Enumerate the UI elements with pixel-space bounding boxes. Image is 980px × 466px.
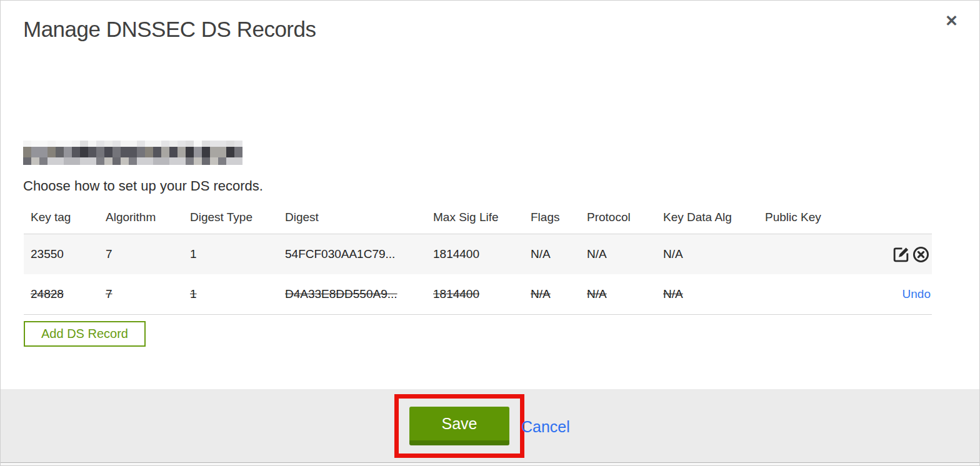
- redaction-pixel: [129, 147, 137, 157]
- add-ds-record-button[interactable]: Add DS Record: [24, 321, 146, 347]
- table-cell: 1: [190, 287, 197, 300]
- redaction-pixel: [186, 141, 194, 147]
- redaction-pixel: [96, 157, 104, 165]
- redaction-pixel: [80, 141, 88, 147]
- redaction-pixel: [64, 157, 72, 165]
- table-cell: D4A33E8DD550A9...: [285, 287, 398, 300]
- column-header: Key Data Alg: [656, 206, 758, 234]
- redaction-pixel: [129, 141, 137, 147]
- table-cell: 1814400: [433, 287, 479, 300]
- save-button[interactable]: Save: [409, 407, 509, 445]
- redaction-pixel: [210, 141, 218, 147]
- column-header: Flags: [524, 206, 580, 234]
- redaction-pixel: [88, 141, 96, 147]
- redaction-pixel: [178, 157, 186, 165]
- table-cell: N/A: [531, 287, 551, 300]
- page-bottom-edge: [1, 463, 979, 466]
- redaction-pixel: [72, 141, 80, 147]
- table-cell: 23550: [31, 247, 64, 260]
- redaction-pixel: [121, 157, 129, 165]
- table-row: 235507154FCF030AA1C79...1814400N/AN/AN/A: [24, 234, 932, 275]
- redaction-pixel: [234, 157, 242, 165]
- redaction-pixel: [194, 157, 202, 165]
- page-title: Manage DNSSEC DS Records: [23, 17, 316, 42]
- redaction-pixel: [186, 157, 194, 165]
- redaction-pixel: [218, 141, 226, 147]
- redaction-pixel: [23, 157, 31, 165]
- redaction-pixel: [169, 147, 178, 157]
- annotation-red-box: Save: [394, 394, 524, 458]
- redaction-pixel: [145, 147, 153, 157]
- row-actions: [868, 234, 932, 275]
- redaction-pixel: [31, 141, 39, 147]
- column-header: Protocol: [580, 206, 656, 234]
- redaction-pixel: [39, 147, 48, 157]
- redaction-pixel: [178, 141, 186, 147]
- instruction-text: Choose how to set up your DS records.: [23, 178, 263, 194]
- redaction-pixel: [194, 147, 202, 157]
- redaction-pixel: [129, 157, 137, 165]
- table-cell: 7: [106, 287, 112, 300]
- redaction-pixel: [72, 157, 80, 165]
- column-header: Max Sig Life: [426, 206, 524, 234]
- redaction-pixel: [153, 147, 161, 157]
- redaction-pixel: [112, 141, 121, 147]
- row-actions: Undo: [868, 274, 932, 315]
- redaction-pixel: [210, 147, 218, 157]
- redaction-pixel: [137, 147, 145, 157]
- redaction-pixel: [202, 157, 210, 165]
- redaction-pixel: [80, 157, 88, 165]
- close-icon[interactable]: ✕: [945, 13, 958, 29]
- redaction-pixel: [194, 141, 202, 147]
- redaction-pixel: [153, 157, 161, 165]
- column-header: Digest Type: [183, 206, 278, 234]
- redaction-pixel: [48, 147, 56, 157]
- cancel-link[interactable]: Cancel: [521, 418, 570, 436]
- redaction-pixel: [178, 147, 186, 157]
- table-cell: N/A: [587, 287, 607, 300]
- redaction-pixel: [31, 157, 39, 165]
- dnssec-dialog: Manage DNSSEC DS Records ✕ Choose how to…: [0, 0, 980, 466]
- redaction-pixel: [210, 157, 218, 165]
- redaction-pixel: [218, 147, 226, 157]
- redaction-pixel: [39, 157, 48, 165]
- redaction-pixel: [64, 147, 72, 157]
- redaction-pixel: [80, 147, 88, 157]
- table-row: 2482871D4A33E8DD550A9...1814400N/AN/AN/A…: [24, 274, 932, 315]
- redaction-pixel: [169, 157, 178, 165]
- redaction-pixel: [161, 157, 169, 165]
- redaction-pixel: [153, 141, 161, 147]
- redaction-pixel: [112, 147, 121, 157]
- redaction-pixel: [145, 141, 153, 147]
- redaction-pixel: [104, 157, 112, 165]
- undo-link[interactable]: Undo: [902, 287, 931, 300]
- ds-records-table: Key tagAlgorithmDigest TypeDigestMax Sig…: [24, 206, 932, 315]
- redaction-pixel: [96, 147, 104, 157]
- column-header: Key tag: [24, 206, 99, 234]
- table-cell: 24828: [31, 287, 64, 300]
- column-header: Algorithm: [99, 206, 183, 234]
- table-cell: N/A: [663, 247, 683, 260]
- redaction-pixel: [64, 141, 72, 147]
- redaction-pixel: [169, 141, 178, 147]
- redaction-pixel: [121, 141, 129, 147]
- redaction-pixel: [23, 147, 31, 157]
- redaction-pixel: [88, 147, 96, 157]
- table-cell: 7: [106, 247, 112, 260]
- column-header: Public Key: [758, 206, 868, 234]
- redaction-pixel: [48, 141, 56, 147]
- redaction-pixel: [121, 147, 129, 157]
- delete-record-icon[interactable]: [911, 245, 931, 264]
- redaction-pixel: [226, 141, 234, 147]
- redaction-pixel: [234, 141, 242, 147]
- redaction-pixel: [96, 141, 104, 147]
- edit-record-icon[interactable]: [891, 245, 911, 264]
- table-header-row: Key tagAlgorithmDigest TypeDigestMax Sig…: [24, 206, 932, 234]
- dialog-footer: Save Cancel: [1, 389, 979, 463]
- redaction-pixel: [202, 141, 210, 147]
- column-header-actions: [868, 206, 932, 234]
- redaction-pixel: [137, 157, 145, 165]
- redaction-pixel: [234, 147, 242, 157]
- redaction-pixel: [104, 141, 112, 147]
- redaction-pixel: [48, 157, 56, 165]
